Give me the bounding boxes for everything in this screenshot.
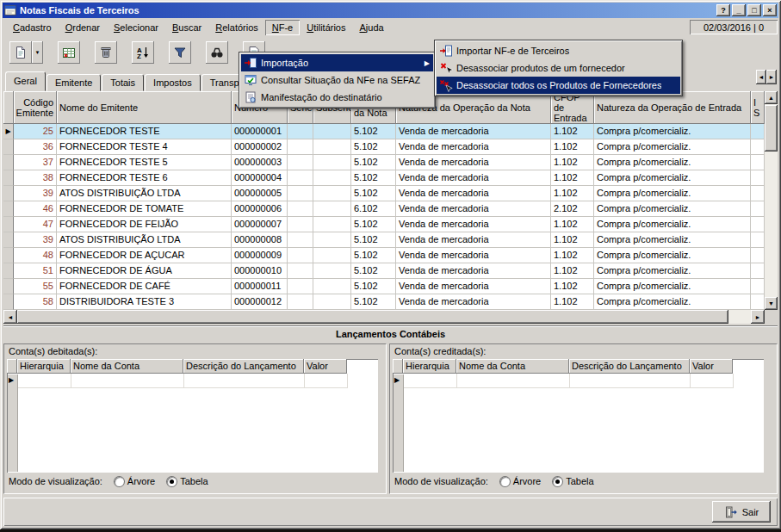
view-mode-option-rvore[interactable]: Árvore — [500, 476, 541, 486]
scroll-left-button[interactable]: ◄ — [756, 70, 766, 84]
toolbar-delete-button[interactable] — [95, 41, 117, 64]
table-row[interactable]: 58DISTRIBUIDORA TESTE 30000000125.102Ven… — [3, 294, 765, 310]
toolbar-find-button[interactable] — [206, 41, 228, 64]
tab-emitente[interactable]: Emitente — [46, 74, 101, 91]
toolbar-filter-button[interactable] — [169, 41, 191, 64]
tab-geral[interactable]: Geral — [5, 71, 46, 91]
grid-column-header[interactable]: Nome do Emitente — [57, 91, 232, 124]
vertical-scroll-thumb[interactable] — [765, 105, 778, 152]
toolbar-new-document-button[interactable] — [9, 41, 32, 64]
grid-header: HierarquiaNome da ContaDescrição do Lanç… — [7, 359, 378, 374]
cell: 2.102 — [551, 201, 594, 217]
grid-column-header[interactable]: Nome da Conta — [456, 359, 569, 374]
menu-bar-items: CadastroOrdenarSelecionarBuscarRelatório… — [6, 20, 391, 35]
cell: Compra p/comercializ. — [594, 139, 751, 155]
tab-impostos[interactable]: Impostos — [145, 74, 201, 91]
table-row[interactable]: 55FORNECEDOR DE CAFÉ0000000115.102Venda … — [3, 279, 765, 294]
row-indicator: ▶ — [394, 376, 400, 384]
grid-column-header[interactable]: Descrição do Lançamento — [569, 359, 690, 374]
table-row[interactable]: ▶25FORNECEDOR TESTE0000000015.102Venda d… — [3, 124, 765, 139]
scroll-right-button[interactable]: ► — [751, 310, 765, 324]
exit-button[interactable]: Sair — [712, 501, 771, 523]
tab-totais[interactable]: Totais — [102, 74, 144, 91]
row-indicator — [3, 263, 14, 279]
table-row[interactable]: 46FORNECEDOR DE TOMATE0000000066.102Vend… — [3, 201, 765, 217]
cell: Compra p/comercializ. — [594, 248, 751, 263]
menubar-item-nf-e[interactable]: NF-e — [265, 20, 300, 35]
table-row[interactable]: 51FORNECEDOR DE ÁGUA0000000105.102Venda … — [3, 263, 765, 279]
menubar-item-utilit-rios[interactable]: Utilitários — [300, 20, 352, 35]
menu-item-label: Desassociar produtos de um fornecedor — [456, 63, 625, 73]
import-icon — [243, 56, 258, 70]
grid-column-header[interactable]: Valor — [690, 359, 733, 374]
table-row[interactable]: 39ATOS DISTRIBUIÇÃO LTDA0000000055.102Ve… — [3, 186, 765, 201]
close-button[interactable]: × — [763, 4, 777, 16]
table-row[interactable]: 39ATOS DISTRIBUIÇÃO LTDA0000000085.102Ve… — [3, 232, 765, 248]
import-submenu-item-2[interactable]: Desassociar todos os Produtos de Fornece… — [437, 77, 680, 94]
title-bar[interactable]: Notas Fiscais de Terceiros ?_□× — [3, 3, 778, 18]
horizontal-scrollbar[interactable]: ◄ ► — [3, 310, 765, 324]
radio-button[interactable] — [115, 477, 124, 486]
row-indicator — [3, 294, 14, 310]
scroll-right-button[interactable]: ► — [766, 70, 777, 84]
menu-item-label: Desassociar todos os Produtos de Fornece… — [456, 80, 661, 90]
grid-column-header[interactable]: Nome da Conta — [71, 359, 183, 374]
grid-column-header[interactable]: Código Emitente — [14, 91, 57, 124]
help-button[interactable]: ? — [716, 4, 730, 16]
grid-column-header[interactable]: Hierarquia — [403, 359, 456, 374]
scroll-left-button[interactable]: ◄ — [3, 310, 17, 324]
menubar-item-ajuda[interactable]: Ajuda — [352, 20, 390, 35]
radio-button[interactable] — [500, 477, 510, 486]
menubar-item-ordenar[interactable]: Ordenar — [59, 20, 107, 35]
grid-column-header[interactable]: I S — [751, 91, 765, 124]
nfe-menu-item-1[interactable]: Consultar Situação da NFe na SEFAZ — [241, 71, 433, 89]
cell: FORNECEDOR TESTE 5 — [57, 155, 232, 170]
view-mode-option-rvore[interactable]: Árvore — [115, 476, 155, 486]
cell: DISTRIBUIDORA TESTE 3 — [57, 294, 232, 310]
cell: 000000008 — [232, 232, 288, 248]
radio-button[interactable] — [167, 477, 177, 486]
vertical-scrollbar[interactable]: ▲ ▼ — [765, 91, 778, 310]
horizontal-scroll-thumb[interactable] — [17, 310, 728, 324]
nfe-menu-item-2[interactable]: Manifestação do destinatário — [241, 89, 433, 106]
toolbar-new-dropdown-arrow[interactable]: ▼ — [32, 41, 43, 64]
scroll-up-button[interactable]: ▲ — [765, 91, 778, 104]
table-row[interactable]: 48FORNECEDOR DE AÇUCAR0000000095.102Vend… — [3, 248, 765, 263]
toolbar-export-grid-button[interactable] — [58, 41, 80, 64]
view-mode-option-tabela[interactable]: Tabela — [553, 476, 593, 486]
cell: 5.102 — [351, 248, 396, 263]
cell — [313, 186, 351, 201]
nfe-menu-item-0[interactable]: Importação▶ — [241, 54, 433, 71]
scroll-down-button[interactable]: ▼ — [765, 297, 778, 310]
table-row[interactable]: 38FORNECEDOR TESTE 60000000045.102Venda … — [3, 170, 765, 186]
row-indicator — [3, 279, 14, 294]
grid-column-header[interactable]: Valor — [304, 359, 347, 374]
row-indicator: ▶ — [3, 124, 14, 139]
cell: 5.102 — [351, 170, 396, 186]
toolbar-sort-az-button[interactable]: AZ — [132, 41, 154, 64]
table-row[interactable]: 36FORNECEDOR TESTE 40000000025.102Venda … — [3, 139, 765, 155]
import-submenu-item-0[interactable]: Importar NF-e de Terceiros — [437, 42, 680, 59]
menubar-item-buscar[interactable]: Buscar — [165, 20, 208, 35]
menubar-item-selecionar[interactable]: Selecionar — [107, 20, 165, 35]
grid-column-header[interactable]: Descrição do Lançamento — [183, 359, 304, 374]
credit-grid[interactable]: HierarquiaNome da ContaDescrição do Lanç… — [393, 359, 764, 473]
maximize-button[interactable]: □ — [747, 4, 761, 16]
cell: 1.102 — [551, 139, 594, 155]
cell — [751, 279, 765, 294]
cell: Venda de mercadoria — [396, 186, 551, 201]
radio-button[interactable] — [553, 477, 562, 486]
cell: ATOS DISTRIBUIÇÃO LTDA — [57, 232, 232, 248]
minimize-button[interactable]: _ — [732, 4, 746, 16]
table-row[interactable]: 37FORNECEDOR TESTE 50000000035.102Venda … — [3, 155, 765, 170]
cell: 39 — [14, 232, 57, 248]
import-submenu-item-1[interactable]: Desassociar produtos de um fornecedor — [437, 59, 680, 77]
grid-column-header[interactable]: Hierarquia — [17, 359, 71, 374]
table-row[interactable]: 47FORNECEDOR DE FEIJÃO0000000075.102Vend… — [3, 217, 765, 232]
menubar-item-cadastro[interactable]: Cadastro — [6, 20, 59, 35]
debit-grid[interactable]: HierarquiaNome da ContaDescrição do Lanç… — [7, 359, 378, 473]
view-mode-option-tabela[interactable]: Tabela — [167, 476, 208, 486]
cell — [18, 374, 71, 388]
menubar-item-relat-rios[interactable]: Relatórios — [208, 20, 265, 35]
cell: 000000012 — [232, 294, 288, 310]
